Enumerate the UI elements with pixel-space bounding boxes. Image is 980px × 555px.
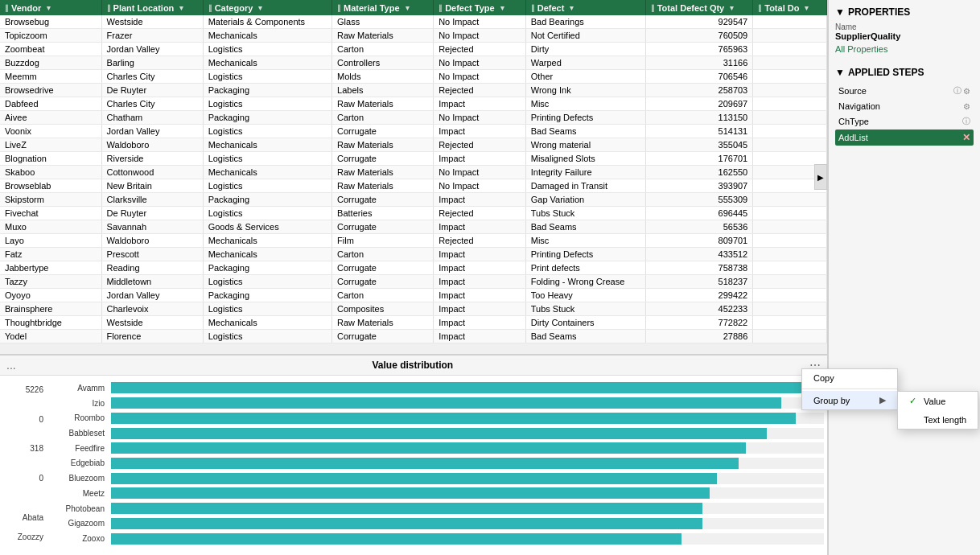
- chart-bars-area: Avamm Izio Roombo Babbleset Feedfire: [48, 380, 827, 546]
- table-cell: Waldoboro: [101, 138, 203, 152]
- table-cell: Impact: [434, 220, 526, 234]
- table-row[interactable]: ThoughtbridgeWestsideMechanicalsRaw Mate…: [0, 316, 827, 330]
- table-row[interactable]: VoonixJordan ValleyLogisticsCorrugateImp…: [0, 125, 827, 138]
- table-cell: Composites: [332, 302, 434, 316]
- table-cell: Impact: [434, 248, 526, 261]
- table-row[interactable]: FivechatDe RuyterLogisticsBatteriesRejec…: [0, 207, 827, 220]
- data-table: ‖ Vendor ▾ ‖ Plant Location ▾ ‖ Category…: [0, 0, 827, 343]
- table-header-vendor[interactable]: ‖ Vendor ▾: [0, 0, 101, 15]
- step-navigation[interactable]: Navigation⚙: [835, 99, 974, 113]
- table-cell: Labels: [332, 84, 434, 97]
- table-cell: [753, 234, 827, 248]
- delete-step-icon[interactable]: ✕: [962, 132, 970, 143]
- table-row[interactable]: ZoombeatJordan ValleyLogisticsCartonReje…: [0, 43, 827, 56]
- table-row[interactable]: BrowsebugWestsideMaterials & ComponentsG…: [0, 15, 827, 29]
- table-header-total-defect-qty[interactable]: ‖ Total Defect Qty ▾: [645, 0, 753, 15]
- table-cell: Westside: [101, 316, 203, 330]
- applied-steps-header: ▼ APPLIED STEPS: [835, 67, 974, 78]
- table-row[interactable]: TazzyMiddletownLogisticsCorrugateImpactF…: [0, 275, 827, 289]
- table-row[interactable]: AiveeChathamPackagingCartonNo ImpactPrin…: [0, 111, 827, 125]
- table-cell: [753, 97, 827, 111]
- table-row[interactable]: SkabooCottonwoodMechanicalsRaw Materials…: [0, 166, 827, 179]
- table-header-category[interactable]: ‖ Category ▾: [203, 0, 331, 15]
- chart-bar-row: Avamm: [51, 382, 824, 393]
- table-cell: LiveZ: [0, 138, 101, 152]
- bar-fill: [111, 458, 739, 469]
- step-chtype[interactable]: ChTypeⓘ: [835, 113, 974, 130]
- table-cell: 555309: [645, 193, 753, 207]
- step-source[interactable]: Sourceⓘ⚙: [835, 83, 974, 99]
- chart-y-label: Abata: [5, 513, 43, 522]
- table-row[interactable]: OyoyoJordan ValleyPackagingCartonImpactT…: [0, 289, 827, 302]
- table-row[interactable]: LayoWaldoboroMechanicalsFilmRejectedMisc…: [0, 234, 827, 248]
- bar-container: [111, 458, 824, 469]
- applied-steps-section: ▼ APPLIED STEPS Sourceⓘ⚙Navigation⚙ChTyp…: [829, 64, 980, 149]
- bar-container: [111, 397, 824, 409]
- bar-container: [111, 473, 824, 484]
- table-row[interactable]: BrainsphereCharlevoixLogisticsComposites…: [0, 302, 827, 316]
- table-header-total-do[interactable]: ‖ Total Do ▾: [753, 0, 827, 15]
- bar-fill: [111, 518, 702, 529]
- chart-body: 522603180AbataZoozzy Avamm Izio Roombo B…: [0, 376, 827, 551]
- table-cell: Carton: [332, 289, 434, 302]
- table-cell: Chatham: [101, 111, 203, 125]
- table-cell: Packaging: [203, 289, 331, 302]
- bar-label: Avamm: [51, 384, 108, 393]
- groupby-textlength-item[interactable]: ✓ Text length: [898, 410, 978, 429]
- table-cell: No Impact: [434, 56, 526, 70]
- table-wrapper[interactable]: ‖ Vendor ▾ ‖ Plant Location ▾ ‖ Category…: [0, 0, 827, 354]
- chart-menu-button[interactable]: ...: [6, 359, 16, 372]
- table-cell: Mechanicals: [203, 248, 331, 261]
- table-cell: 209697: [645, 97, 753, 111]
- table-cell: Logistics: [203, 179, 331, 193]
- table-cell: Rejected: [434, 84, 526, 97]
- table-cell: [753, 275, 827, 289]
- bar-container: [111, 442, 824, 454]
- bar-label: Izio: [51, 399, 108, 408]
- table-cell: Tubs Stuck: [525, 302, 645, 316]
- table-row[interactable]: BrowsedriveDe RuyterPackagingLabelsRejec…: [0, 84, 827, 97]
- expand-button[interactable]: ▶: [814, 164, 827, 190]
- table-row[interactable]: FatzPrescottMechanicalsCartonImpactPrint…: [0, 248, 827, 261]
- table-cell: Carton: [332, 111, 434, 125]
- table-cell: Glass: [332, 15, 434, 29]
- table-cell: Logistics: [203, 207, 331, 220]
- groupby-value-item[interactable]: ✓ Value: [898, 392, 978, 410]
- table-cell: Westside: [101, 15, 203, 29]
- table-row[interactable]: BuzzdogBarlingMechanicalsControllersNo I…: [0, 56, 827, 70]
- table-header-defect-type[interactable]: ‖ Defect Type ▾: [434, 0, 526, 15]
- table-cell: Molds: [332, 70, 434, 84]
- table-row[interactable]: MuxoSavannahGoods & ServicesCorrugateImp…: [0, 220, 827, 234]
- table-row[interactable]: BlognationRiversideLogisticsCorrugateImp…: [0, 152, 827, 166]
- table-row[interactable]: BrowseblabNew BritainLogisticsRaw Materi…: [0, 179, 827, 193]
- table-header-defect[interactable]: ‖ Defect ▾: [525, 0, 645, 15]
- table-header-material-type[interactable]: ‖ Material Type ▾: [332, 0, 434, 15]
- bar-container: [111, 518, 824, 529]
- bar-fill: [111, 413, 796, 424]
- table-row[interactable]: DabfeedCharles CityLogisticsRaw Material…: [0, 97, 827, 111]
- context-menu-copy[interactable]: Copy: [802, 369, 897, 387]
- table-cell: Zoombeat: [0, 43, 101, 56]
- table-cell: [753, 70, 827, 84]
- table-cell: Voonix: [0, 125, 101, 138]
- bar-fill: [111, 428, 767, 439]
- table-row[interactable]: MeemmCharles CityLogisticsMoldsNo Impact…: [0, 70, 827, 84]
- all-properties-link[interactable]: All Properties: [835, 44, 887, 54]
- info-icon: ⓘ: [962, 116, 970, 127]
- table-cell: Impact: [434, 261, 526, 275]
- table-cell: 27886: [645, 330, 753, 343]
- table-cell: Packaging: [203, 111, 331, 125]
- chart-bar-row: Gigazoom: [51, 518, 824, 529]
- table-header-plant-location[interactable]: ‖ Plant Location ▾: [101, 0, 203, 15]
- table-row[interactable]: SkipstormClarksvillePackagingCorrugateIm…: [0, 193, 827, 207]
- table-cell: Corrugate: [332, 152, 434, 166]
- table-row[interactable]: JabbertypeReadingPackagingCorrugateImpac…: [0, 261, 827, 275]
- copy-label: Copy: [813, 373, 834, 383]
- table-row[interactable]: TopiczoomFrazerMechanicalsRaw MaterialsN…: [0, 29, 827, 43]
- table-row[interactable]: LiveZWaldoboroMechanicalsRaw MaterialsRe…: [0, 138, 827, 152]
- table-row[interactable]: YodelFlorenceLogisticsCorrugateImpactBad…: [0, 330, 827, 343]
- table-cell: [753, 15, 827, 29]
- context-menu-groupby[interactable]: Group by ▶ ✓ Value ✓ Text length: [802, 391, 897, 409]
- step-addlist[interactable]: AddList✕: [835, 130, 974, 146]
- bar-fill: [111, 473, 717, 484]
